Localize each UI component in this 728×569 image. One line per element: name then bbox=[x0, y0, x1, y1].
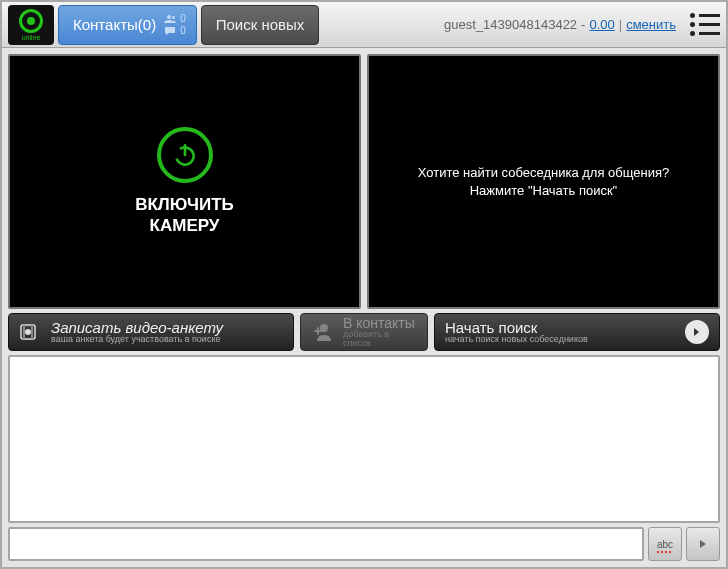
change-account-link[interactable]: сменить bbox=[626, 17, 676, 32]
menu-icon[interactable] bbox=[690, 12, 720, 38]
record-profile-button[interactable]: Записать видео-анкету ваша анкета будет … bbox=[8, 313, 294, 351]
record-profile-sub: ваша анкета будет участвовать в поиске bbox=[51, 335, 223, 344]
start-search-sub: начать поиск новых собеседников bbox=[445, 335, 588, 344]
input-bar: abc bbox=[2, 527, 726, 567]
start-search-title: Начать поиск bbox=[445, 320, 588, 335]
svg-rect-4 bbox=[23, 325, 25, 339]
header-bar: online Контакты(0) 0 0 Поиск новых guest… bbox=[2, 2, 726, 48]
find-new-label: Поиск новых bbox=[216, 16, 305, 33]
find-new-button[interactable]: Поиск новых bbox=[201, 5, 320, 45]
logo-status-label: online bbox=[22, 34, 41, 41]
arrow-right-icon bbox=[685, 320, 709, 344]
eye-icon bbox=[19, 9, 43, 33]
search-prompt-text: Хотите найти собеседника для общения? На… bbox=[418, 164, 670, 199]
contacts-count: 0 bbox=[180, 13, 186, 24]
messages-count: 0 bbox=[180, 25, 186, 36]
remote-video-panel: Хотите найти собеседника для общения? На… bbox=[367, 54, 720, 309]
logo[interactable]: online bbox=[8, 5, 54, 45]
app-root: online Контакты(0) 0 0 Поиск новых guest… bbox=[0, 0, 728, 569]
record-profile-title: Записать видео-анкету bbox=[51, 320, 223, 335]
send-button[interactable] bbox=[686, 527, 720, 561]
enable-camera-button[interactable] bbox=[157, 127, 213, 183]
user-block: guest_1439048143422 - 0.00 | сменить bbox=[444, 17, 676, 32]
power-icon bbox=[172, 142, 198, 168]
message-input[interactable] bbox=[8, 527, 644, 561]
local-video-panel: ВКЛЮЧИТЬ КАМЕРУ bbox=[8, 54, 361, 309]
video-record-icon bbox=[19, 320, 43, 344]
spellcheck-button[interactable]: abc bbox=[648, 527, 682, 561]
contacts-label: Контакты(0) bbox=[73, 16, 156, 33]
start-search-button[interactable]: Начать поиск начать поиск новых собеседн… bbox=[434, 313, 720, 351]
video-row: ВКЛЮЧИТЬ КАМЕРУ Хотите найти собеседника… bbox=[2, 48, 726, 313]
username-label: guest_1439048143422 bbox=[444, 17, 577, 32]
add-contact-title: В контакты bbox=[343, 316, 417, 330]
add-to-contacts-button: В контакты добавить в список bbox=[300, 313, 428, 351]
actions-row: Записать видео-анкету ваша анкета будет … bbox=[2, 313, 726, 355]
add-contact-sub: добавить в список bbox=[343, 330, 417, 348]
chat-icon bbox=[164, 26, 176, 36]
add-person-icon bbox=[311, 320, 335, 344]
svg-point-3 bbox=[25, 329, 31, 335]
people-icon bbox=[164, 14, 176, 24]
enable-camera-label: ВКЛЮЧИТЬ КАМЕРУ bbox=[135, 195, 234, 236]
svg-rect-5 bbox=[31, 325, 33, 339]
send-arrow-icon bbox=[696, 537, 710, 551]
chat-log[interactable] bbox=[8, 355, 720, 523]
contacts-button[interactable]: Контакты(0) 0 0 bbox=[58, 5, 197, 45]
contacts-stats: 0 0 bbox=[164, 13, 186, 36]
balance-link[interactable]: 0.00 bbox=[589, 17, 614, 32]
